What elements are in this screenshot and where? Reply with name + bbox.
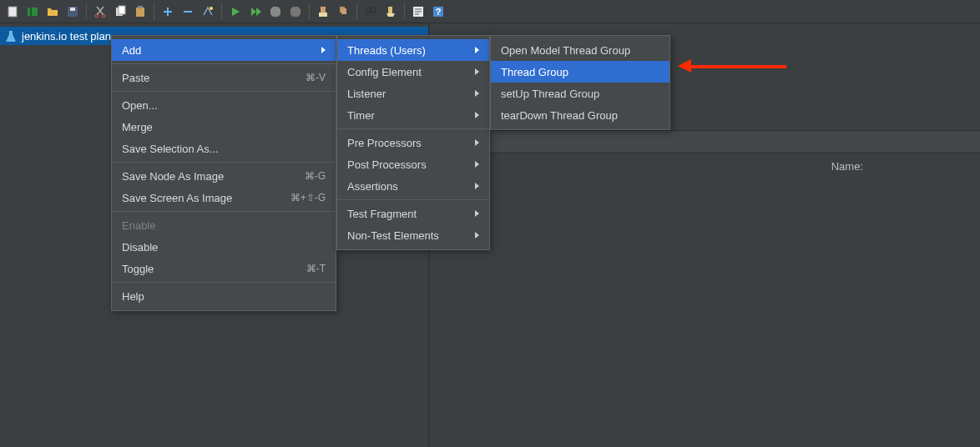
svg-rect-14 (341, 8, 346, 14)
add-item-pre-processors[interactable]: Pre Processors (337, 132, 489, 153)
shutdown-icon[interactable] (286, 3, 305, 21)
folder-open-icon[interactable] (43, 3, 62, 21)
submenu-arrow-icon (475, 47, 479, 53)
ctx-item-disable[interactable]: Disable (112, 236, 336, 258)
menu-shortcut: ⌘-T (306, 263, 326, 274)
find-icon[interactable] (361, 3, 380, 21)
toolbar: ? (0, 0, 980, 23)
menu-item-label: Test Fragment (347, 208, 417, 220)
toolbar-separator (309, 3, 310, 20)
copy-icon[interactable] (111, 3, 129, 21)
ctx-item-add[interactable]: Add (112, 39, 336, 61)
submenu-arrow-icon (321, 47, 326, 53)
svg-rect-10 (138, 6, 143, 8)
reset-search-icon[interactable] (381, 3, 400, 21)
name-row: Name: (430, 153, 980, 178)
submenu-arrow-icon (475, 210, 479, 217)
menu-item-label: Paste (122, 72, 149, 84)
submenu-arrow-icon (475, 232, 479, 239)
menu-item-label: Merge (122, 121, 153, 133)
run-notimers-icon[interactable] (246, 3, 265, 21)
menu-item-label: Open... (122, 99, 158, 112)
svg-point-15 (366, 8, 371, 13)
add-item-listener[interactable]: Listener (337, 83, 489, 104)
svg-rect-8 (119, 6, 125, 14)
menu-item-label: Disable (122, 241, 158, 254)
paste-icon[interactable] (131, 3, 149, 21)
ctx-item-toggle[interactable]: Toggle⌘-T (112, 258, 336, 279)
menu-item-label: Enable (122, 219, 155, 232)
clear-all-icon[interactable] (334, 3, 352, 21)
context-menu-main: AddPaste⌘-VOpen...MergeSave Selection As… (111, 35, 336, 311)
stop-icon[interactable] (266, 3, 285, 21)
submenu-arrow-icon (475, 68, 479, 75)
cut-icon[interactable] (91, 3, 109, 21)
svg-text:?: ? (436, 7, 442, 17)
clear-icon[interactable] (314, 3, 332, 21)
add-item-timer[interactable]: Timer (337, 104, 489, 126)
menu-item-label: Save Selection As... (122, 143, 219, 155)
collapse-icon[interactable] (179, 3, 197, 21)
menu-item-label: Thread Group (501, 66, 568, 78)
ctx-item-merge[interactable]: Merge (112, 116, 336, 138)
svg-rect-2 (30, 8, 32, 16)
menu-separator (337, 199, 489, 200)
svg-rect-12 (321, 7, 326, 13)
menu-separator (112, 282, 336, 283)
threads-item-thread-group[interactable]: Thread Group (491, 61, 669, 83)
threads-item-teardown-thread-group[interactable]: tearDown Thread Group (491, 104, 669, 126)
menu-shortcut: ⌘-G (305, 170, 326, 182)
menu-item-label: Non-Test Elements (347, 229, 439, 242)
save-icon[interactable] (63, 3, 82, 21)
menu-separator (112, 91, 336, 92)
ctx-item-open[interactable]: Open... (112, 94, 336, 116)
ctx-item-enable: Enable (112, 214, 336, 236)
add-item-test-fragment[interactable]: Test Fragment (337, 203, 489, 224)
submenu-arrow-icon (475, 112, 479, 118)
menu-item-label: Timer (347, 109, 375, 122)
add-item-non-test-elements[interactable]: Non-Test Elements (337, 224, 489, 246)
toolbar-separator (356, 3, 357, 20)
submenu-arrow-icon (475, 90, 479, 97)
menu-item-label: setUp Thread Group (501, 88, 599, 100)
submenu-arrow-icon (475, 183, 479, 189)
toolbar-separator (221, 3, 222, 20)
ctx-item-help[interactable]: Help (112, 285, 336, 307)
main-panel-header (430, 130, 980, 153)
svg-rect-4 (70, 8, 75, 11)
menu-item-label: Save Node As Image (122, 170, 224, 183)
menu-shortcut: ⌘-V (306, 72, 326, 83)
flask-icon (5, 30, 17, 42)
ctx-item-save-selection-as[interactable]: Save Selection As... (112, 138, 336, 159)
menu-separator (337, 128, 489, 129)
add-item-post-processors[interactable]: Post Processors (337, 153, 489, 175)
context-menu-threads: Open Model Thread GroupThread GroupsetUp… (490, 35, 670, 130)
menu-item-label: Threads (Users) (347, 44, 426, 57)
add-item-threads-users[interactable]: Threads (Users) (337, 39, 489, 61)
threads-item-open-model-thread-group[interactable]: Open Model Thread Group (491, 39, 669, 61)
run-icon[interactable] (226, 3, 245, 21)
function-helper-icon[interactable] (409, 3, 427, 21)
expand-icon[interactable] (159, 3, 177, 21)
menu-item-label: Config Element (347, 66, 422, 78)
menu-item-label: Open Model Thread Group (501, 44, 630, 57)
menu-item-label: Post Processors (347, 158, 427, 171)
add-item-assertions[interactable]: Assertions (337, 175, 489, 197)
help-icon[interactable]: ? (429, 3, 447, 21)
templates-icon[interactable] (23, 3, 42, 21)
threads-item-setup-thread-group[interactable]: setUp Thread Group (491, 83, 669, 104)
menu-separator (112, 162, 336, 163)
name-label: Name: (831, 160, 863, 173)
file-new-icon[interactable] (3, 3, 22, 21)
add-item-config-element[interactable]: Config Element (337, 61, 489, 83)
svg-rect-9 (136, 8, 144, 17)
menu-item-label: Pre Processors (347, 137, 422, 149)
toolbar-separator (154, 3, 154, 20)
ctx-item-save-screen-as-image[interactable]: Save Screen As Image⌘+⇧-G (112, 187, 336, 208)
menu-separator (112, 211, 336, 212)
svg-rect-17 (388, 7, 392, 13)
toolbar-separator (404, 3, 405, 20)
ctx-item-save-node-as-image[interactable]: Save Node As Image⌘-G (112, 165, 336, 187)
toggle-icon[interactable] (199, 3, 217, 21)
ctx-item-paste[interactable]: Paste⌘-V (112, 67, 336, 88)
